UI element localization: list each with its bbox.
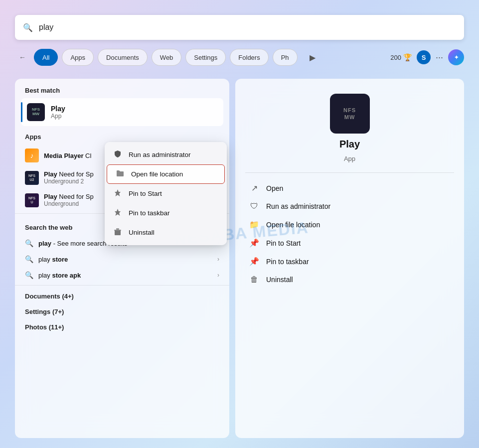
- ctx-trash-icon: [113, 228, 123, 237]
- ctx-run-admin-label: Run as administrator: [129, 151, 191, 158]
- web-text-play-store-apk: play store apk: [38, 272, 212, 279]
- media-player-name: Media Player Cl: [44, 152, 91, 159]
- ctx-folder-icon: [115, 170, 125, 178]
- search-web-icon-2: 🔍: [25, 255, 33, 263]
- best-match-item[interactable]: NFSMW Play App: [21, 98, 223, 126]
- svg-rect-1: [116, 228, 119, 230]
- ctx-shield-icon: [113, 150, 123, 159]
- trash-icon: 🗑: [249, 275, 259, 284]
- left-panel: Best match NFSMW Play App Apps ♪ Media P…: [15, 79, 229, 438]
- pin-taskbar-label: Pin to taskbar: [266, 258, 309, 266]
- ctx-open-file[interactable]: Open file location: [107, 164, 225, 184]
- right-app-type: App: [344, 155, 355, 162]
- filter-tab-all[interactable]: All: [34, 49, 58, 66]
- right-app-name: Play: [339, 139, 360, 150]
- web-text-play-store: play store: [38, 256, 212, 263]
- nfs-sub: Underground: [44, 200, 94, 207]
- run-admin-label: Run as administrator: [266, 202, 330, 210]
- ctx-pin-start[interactable]: Pin to Start: [105, 184, 227, 203]
- context-menu: Run as administrator Open file location …: [105, 142, 227, 245]
- copilot-icon[interactable]: ✦: [448, 49, 464, 65]
- back-button[interactable]: ←: [15, 50, 30, 65]
- play-app-icon: NFSMW: [27, 103, 45, 121]
- ctx-pin-taskbar[interactable]: Pin to taskbar: [105, 203, 227, 223]
- filter-tab-folders[interactable]: Folders: [230, 49, 268, 66]
- filter-tab-apps[interactable]: Apps: [62, 49, 94, 66]
- nfs2-icon: NFSU2: [25, 171, 39, 185]
- web-item-play-store[interactable]: 🔍 play store ›: [15, 251, 229, 267]
- shield-icon: 🛡: [249, 202, 259, 211]
- right-action-open-file[interactable]: 📁 Open file location: [245, 215, 454, 234]
- filter-tab-web[interactable]: Web: [152, 49, 182, 66]
- right-panel: NFSMW Play App ↗ Open 🛡 Run as administr…: [235, 79, 464, 438]
- search-icon: 🔍: [23, 23, 33, 32]
- right-app-header: NFSMW Play App: [235, 79, 464, 172]
- right-actions: ↗ Open 🛡 Run as administrator 📁 Open fil…: [235, 173, 464, 295]
- ctx-pin-taskbar-icon: [113, 208, 123, 218]
- filter-bar: ← All Apps Documents Web Settings Folder…: [15, 49, 464, 66]
- filter-tab-photos[interactable]: Ph: [273, 49, 298, 66]
- search-bar: 🔍 play: [15, 15, 464, 40]
- open-icon: ↗: [249, 183, 259, 193]
- media-player-icon: ♪: [25, 149, 39, 162]
- user-avatar[interactable]: S: [417, 50, 431, 64]
- badge-count: 200 🏆: [390, 53, 412, 61]
- right-action-run-admin[interactable]: 🛡 Run as administrator: [245, 197, 454, 215]
- settings-section: Settings (7+): [15, 303, 229, 318]
- nfs-icon: NFSU: [25, 193, 39, 207]
- nfs2-sub: Underground 2: [44, 178, 94, 185]
- chevron-right-icon-2: ›: [217, 256, 219, 263]
- folder-icon: 📁: [249, 220, 259, 229]
- best-match-label: Best match: [15, 79, 229, 98]
- right-action-open[interactable]: ↗ Open: [245, 179, 454, 197]
- more-options-button[interactable]: ···: [436, 52, 443, 63]
- ctx-pin-taskbar-label: Pin to taskbar: [129, 209, 170, 217]
- filter-tab-settings[interactable]: Settings: [185, 49, 226, 66]
- documents-section: Documents (4+): [15, 288, 229, 303]
- best-match-info: Play App: [51, 105, 65, 120]
- open-label: Open: [266, 184, 283, 192]
- right-action-uninstall[interactable]: 🗑 Uninstall: [245, 271, 454, 289]
- search-web-icon: 🔍: [25, 239, 33, 247]
- ctx-pin-start-icon: [113, 189, 123, 198]
- right-app-icon: NFSMW: [330, 94, 370, 134]
- ctx-pin-start-label: Pin to Start: [129, 190, 162, 197]
- open-file-label: Open file location: [266, 221, 320, 229]
- uninstall-label: Uninstall: [266, 276, 293, 284]
- right-action-pin-start[interactable]: 📌 Pin to Start: [245, 234, 454, 252]
- right-action-pin-taskbar[interactable]: 📌 Pin to taskbar: [245, 252, 454, 271]
- nfs-name: Play Need for Sp: [44, 193, 94, 200]
- ctx-uninstall[interactable]: Uninstall: [105, 223, 227, 242]
- chevron-right-icon-3: ›: [217, 272, 219, 279]
- filter-tab-play-icon[interactable]: ▶: [302, 49, 323, 66]
- web-item-play-store-apk[interactable]: 🔍 play store apk ›: [15, 267, 229, 283]
- pin-start-label: Pin to Start: [266, 239, 301, 247]
- ctx-run-admin[interactable]: Run as administrator: [105, 145, 227, 164]
- search-input-value[interactable]: play: [39, 23, 456, 32]
- search-web-icon-3: 🔍: [25, 271, 33, 279]
- pin-taskbar-icon: 📌: [249, 257, 259, 266]
- ctx-uninstall-label: Uninstall: [129, 229, 155, 236]
- photos-section: Photos (11+): [15, 318, 229, 334]
- filter-tab-documents[interactable]: Documents: [98, 49, 148, 66]
- nfs2-name: Play Need for Sp: [44, 170, 94, 178]
- ctx-open-file-label: Open file location: [131, 170, 183, 178]
- svg-rect-2: [114, 230, 121, 231]
- pin-start-icon: 📌: [249, 238, 259, 248]
